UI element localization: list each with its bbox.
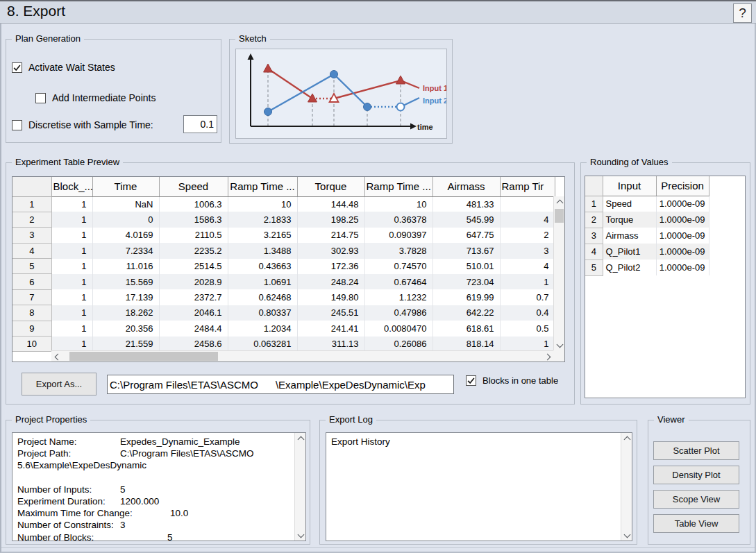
table-row[interactable]: 3Airmass1.0000e-09 [585, 228, 709, 244]
input1-legend: Input 1 [423, 84, 446, 92]
scroll-down-button[interactable] [295, 529, 306, 541]
check-icon [467, 376, 476, 385]
scroll-up-button[interactable] [554, 196, 565, 207]
pp-label: Number of Inputs: [17, 484, 120, 495]
scroll-right-button[interactable] [542, 351, 553, 362]
table-cell: 0.67464 [364, 274, 432, 289]
table-row[interactable]: 1Speed1.0000e-09 [585, 196, 709, 212]
table-row[interactable]: 5Q_Pilot21.0000e-09 [585, 260, 709, 275]
column-header[interactable]: Speed [159, 177, 228, 196]
pp-line: Experiment Duration:1200.000 [17, 495, 301, 507]
table-cell: 1 [51, 228, 92, 243]
row-number-cell: 1 [585, 196, 603, 212]
column-header[interactable]: Airmass [432, 177, 500, 196]
blocks-in-one-table-checkbox[interactable] [466, 375, 476, 386]
column-header[interactable]: Ramp Time ... [228, 177, 297, 196]
table-row[interactable]: 2101586.32.1833198.250.36378545.994 [12, 212, 555, 227]
export-path-input[interactable] [107, 375, 454, 394]
column-header[interactable]: Block_... [51, 177, 92, 196]
axes [251, 58, 412, 126]
table-cell: Airmass [603, 228, 656, 244]
pp-line: Number of Blocks:5 [17, 531, 301, 542]
table-cell: 241.41 [297, 321, 364, 336]
experiment-table-control: Block_...TimeSpeedRamp Time ...TorqueRam… [12, 176, 565, 362]
column-header[interactable]: Time [92, 177, 159, 196]
density-plot-button[interactable]: Density Plot [653, 466, 739, 484]
title-bar: 8. Export ? [0, 0, 756, 24]
table-row[interactable]: 11NaN1006.310144.4810481.33 [12, 196, 555, 212]
table-cell: 144.48 [297, 196, 364, 212]
table-cell: 245.51 [297, 305, 364, 321]
table-row[interactable]: 2Torque1.0000e-09 [585, 212, 709, 228]
table-cell: 15.569 [92, 274, 159, 289]
table-cell: 1.0000e-09 [656, 244, 709, 260]
rounding-group: Rounding of Values InputPrecision1Speed1… [580, 162, 750, 405]
column-header[interactable] [12, 177, 51, 196]
column-header[interactable]: Ramp Tir [500, 177, 555, 196]
table-row[interactable]: 314.01692110.53.2165214.750.090397647.75… [12, 228, 555, 243]
vertical-scrollbar[interactable] [294, 433, 305, 541]
table-row[interactable]: 8118.2622046.10.80337245.510.47986642.22… [12, 305, 555, 321]
sample-time-input[interactable] [183, 115, 217, 133]
table-view-button[interactable]: Table View [653, 514, 739, 533]
activate-wait-states-checkbox[interactable] [12, 62, 22, 73]
table-cell: 21.559 [92, 337, 159, 352]
discretise-label: Discretise with Sample Time: [28, 119, 153, 130]
row-number-cell: 5 [12, 259, 51, 274]
scroll-down-button[interactable] [621, 529, 632, 541]
export-as-button[interactable]: Export As... [22, 373, 96, 395]
table-cell: 4 [500, 259, 555, 274]
table-cell: 311.13 [297, 337, 364, 352]
column-header[interactable] [585, 176, 603, 196]
activate-wait-states-label: Activate Wait States [28, 62, 115, 73]
row-number-cell: 4 [12, 243, 51, 258]
blocks-in-one-table-row: Blocks in one table [466, 375, 558, 386]
row-number-cell: 3 [12, 228, 51, 243]
scope-view-button[interactable]: Scope View [653, 490, 739, 509]
help-button[interactable]: ? [733, 3, 752, 23]
table-row[interactable]: 6115.5692028.91.0691248.240.67464723.041 [12, 274, 555, 289]
scroll-left-button[interactable] [51, 351, 62, 362]
table-cell: 1 [51, 259, 92, 274]
add-intermediate-points-row: Add Intermediate Points [35, 92, 156, 103]
table-cell: NaN [92, 196, 159, 212]
scroll-up-button[interactable] [621, 433, 632, 444]
chevron-up-icon [623, 436, 630, 443]
pp-label: Maximum Time for Change: [17, 507, 170, 519]
table-row[interactable]: 4Q_Pilot11.0000e-09 [585, 244, 709, 260]
pp-label: Experiment Duration: [17, 495, 120, 507]
vertical-scrollbar[interactable] [621, 433, 632, 541]
table-cell: 17.139 [92, 289, 159, 305]
add-intermediate-points-checkbox[interactable] [35, 93, 46, 103]
column-header[interactable]: Torque [297, 177, 364, 196]
vertical-scrollbar[interactable] [553, 196, 564, 350]
table-cell: Torque [603, 212, 656, 228]
table-row[interactable]: 5111.0162514.50.43663172.360.74570510.01… [12, 259, 555, 274]
vertical-scroll-thumb[interactable] [555, 209, 564, 223]
horizontal-scrollbar[interactable] [51, 350, 553, 361]
row-number-cell: 5 [585, 260, 603, 275]
table-row[interactable]: 10121.5592458.60.063281311.130.26086818.… [12, 337, 555, 352]
horizontal-scroll-thumb[interactable] [69, 352, 218, 361]
plan-generation-group: Plan Generation Activate Wait States Add… [6, 39, 221, 143]
scroll-up-button[interactable] [295, 433, 306, 444]
pp-line: Number of Constraints:3 [17, 519, 301, 531]
scroll-down-button[interactable] [554, 339, 565, 350]
table-cell: 10 [364, 196, 432, 212]
experiment-table-group: Experiment Table Preview Block_...TimeSp… [6, 162, 575, 405]
scatter-plot-button[interactable]: Scatter Plot [653, 441, 739, 460]
table-cell: 2458.6 [159, 337, 228, 352]
column-header[interactable]: Precision [656, 176, 709, 196]
table-cell: 1.0000e-09 [656, 196, 709, 212]
table-row[interactable]: 7117.1392372.70.62468149.801.1232619.990… [12, 289, 555, 305]
table-cell: 642.22 [432, 305, 500, 321]
time-axis-label: time [417, 123, 433, 131]
discretise-checkbox[interactable] [12, 120, 22, 130]
chevron-down-icon [556, 341, 563, 348]
table-row[interactable]: 417.23342235.21.3488302.933.7828713.673 [12, 243, 555, 258]
pp-label: Project Path: [17, 448, 120, 459]
table-row[interactable]: 9120.3562484.41.2034241.410.0080470618.6… [12, 321, 555, 336]
column-header[interactable]: Ramp Time ... [364, 177, 432, 196]
column-header[interactable]: Input [603, 176, 656, 196]
pp-value: 10.0 [170, 508, 188, 518]
